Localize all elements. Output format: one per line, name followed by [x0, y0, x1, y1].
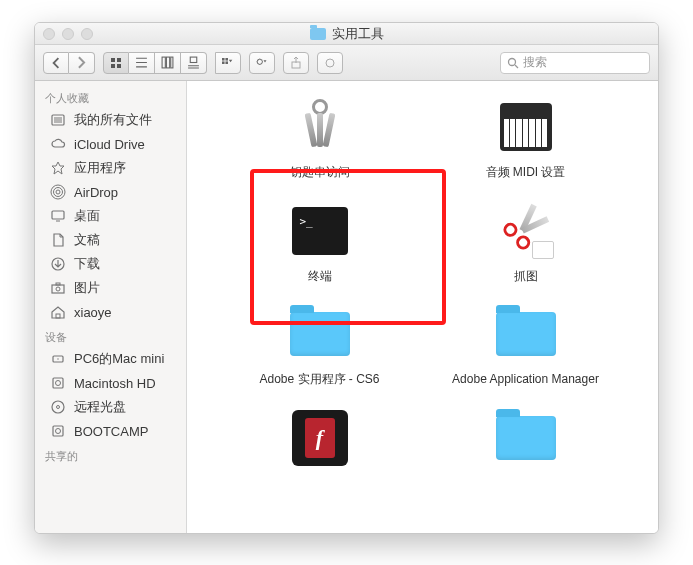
- sidebar: 个人收藏我的所有文件iCloud Drive应用程序AirDrop桌面文稿下载图…: [35, 81, 187, 533]
- disk-icon: [49, 422, 67, 440]
- sidebar-item[interactable]: 文稿: [35, 228, 186, 252]
- svg-rect-25: [56, 314, 60, 318]
- sidebar-item[interactable]: iCloud Drive: [35, 132, 186, 156]
- midi-app-icon: [494, 95, 558, 159]
- grid-item[interactable]: 音频 MIDI 设置: [451, 95, 601, 181]
- tags-button[interactable]: [317, 52, 343, 74]
- svg-rect-8: [222, 58, 225, 61]
- sidebar-item-label: 我的所有文件: [74, 111, 152, 129]
- list-view-button[interactable]: [129, 52, 155, 74]
- sidebar-item-label: BOOTCAMP: [74, 424, 148, 439]
- svg-rect-22: [52, 285, 64, 293]
- desktop-icon: [49, 207, 67, 225]
- grid-item-label: 音频 MIDI 设置: [486, 165, 566, 181]
- sidebar-item[interactable]: Macintosh HD: [35, 371, 186, 395]
- sidebar-item-label: 图片: [74, 279, 100, 297]
- svg-point-18: [54, 188, 63, 197]
- folder-icon: [310, 28, 326, 40]
- grid-item[interactable]: f: [245, 406, 395, 476]
- downloads-icon: [49, 255, 67, 273]
- svg-rect-1: [117, 58, 121, 62]
- sidebar-item-label: 文稿: [74, 231, 100, 249]
- sidebar-item[interactable]: 桌面: [35, 204, 186, 228]
- sidebar-section-header: 共享的: [35, 443, 186, 466]
- titlebar: 实用工具: [35, 23, 658, 45]
- grid-item[interactable]: 抓图: [451, 199, 601, 285]
- flash-app-icon: f: [288, 406, 352, 470]
- folder-app-icon: [494, 302, 558, 366]
- sidebar-item[interactable]: PC6的Mac mini: [35, 347, 186, 371]
- keys-app-icon: [288, 95, 352, 159]
- grid-item-label: Adobe 实用程序 - CS6: [259, 372, 379, 388]
- grid-item-label: 抓图: [514, 269, 538, 285]
- svg-point-27: [57, 358, 58, 359]
- folder-app-icon: [494, 406, 558, 470]
- sidebar-item-label: xiaoye: [74, 305, 112, 320]
- toolbar: 搜索: [35, 45, 658, 81]
- svg-rect-9: [225, 58, 228, 61]
- sidebar-item-label: 远程光盘: [74, 398, 126, 416]
- airdrop-icon: [49, 183, 67, 201]
- sidebar-item[interactable]: 下载: [35, 252, 186, 276]
- share-button[interactable]: [283, 52, 309, 74]
- svg-rect-0: [111, 58, 115, 62]
- grid-item-label: Adobe Application Manager: [452, 372, 599, 388]
- sidebar-item-label: iCloud Drive: [74, 137, 145, 152]
- svg-point-14: [326, 59, 334, 67]
- action-button[interactable]: [249, 52, 275, 74]
- view-buttons: [103, 52, 207, 74]
- column-view-button[interactable]: [155, 52, 181, 74]
- documents-icon: [49, 231, 67, 249]
- back-button[interactable]: [43, 52, 69, 74]
- sidebar-item-label: 应用程序: [74, 159, 126, 177]
- window-title-text: 实用工具: [332, 25, 384, 43]
- search-icon: [507, 57, 519, 69]
- apps-icon: [49, 159, 67, 177]
- disc-icon: [49, 398, 67, 416]
- sidebar-item[interactable]: BOOTCAMP: [35, 419, 186, 443]
- svg-rect-5: [166, 57, 169, 68]
- grid-item[interactable]: Adobe Application Manager: [451, 302, 601, 388]
- cloud-icon: [49, 135, 67, 153]
- svg-rect-20: [52, 211, 64, 219]
- sidebar-item[interactable]: AirDrop: [35, 180, 186, 204]
- svg-rect-10: [222, 62, 225, 65]
- svg-point-23: [56, 287, 60, 291]
- svg-rect-28: [53, 378, 63, 388]
- search-field[interactable]: 搜索: [500, 52, 650, 74]
- grid-item[interactable]: 钥匙串访问: [245, 95, 395, 181]
- svg-point-31: [57, 406, 60, 409]
- all-files-icon: [49, 111, 67, 129]
- pictures-icon: [49, 279, 67, 297]
- sidebar-item[interactable]: 应用程序: [35, 156, 186, 180]
- arrange-button[interactable]: [215, 52, 241, 74]
- sidebar-item[interactable]: 远程光盘: [35, 395, 186, 419]
- svg-rect-24: [56, 283, 60, 285]
- svg-rect-11: [225, 62, 228, 65]
- icon-view-button[interactable]: [103, 52, 129, 74]
- sidebar-item-label: PC6的Mac mini: [74, 350, 164, 368]
- svg-point-17: [56, 190, 60, 194]
- coverflow-view-button[interactable]: [181, 52, 207, 74]
- sidebar-item[interactable]: xiaoye: [35, 300, 186, 324]
- svg-point-15: [509, 58, 516, 65]
- svg-point-29: [56, 381, 61, 386]
- grid-item[interactable]: [451, 406, 601, 476]
- svg-rect-3: [117, 64, 121, 68]
- grab-app-icon: [494, 199, 558, 263]
- sidebar-item-label: 桌面: [74, 207, 100, 225]
- window-title: 实用工具: [35, 25, 658, 43]
- highlight-annotation: [250, 169, 446, 325]
- svg-point-33: [56, 429, 61, 434]
- computer-icon: [49, 350, 67, 368]
- svg-rect-7: [190, 57, 197, 62]
- svg-rect-2: [111, 64, 115, 68]
- sidebar-item[interactable]: 图片: [35, 276, 186, 300]
- sidebar-item[interactable]: 我的所有文件: [35, 108, 186, 132]
- svg-rect-4: [162, 57, 165, 68]
- forward-button[interactable]: [69, 52, 95, 74]
- arrange-group: [215, 52, 241, 74]
- disk-icon: [49, 374, 67, 392]
- svg-rect-32: [53, 426, 63, 436]
- svg-rect-6: [171, 57, 173, 68]
